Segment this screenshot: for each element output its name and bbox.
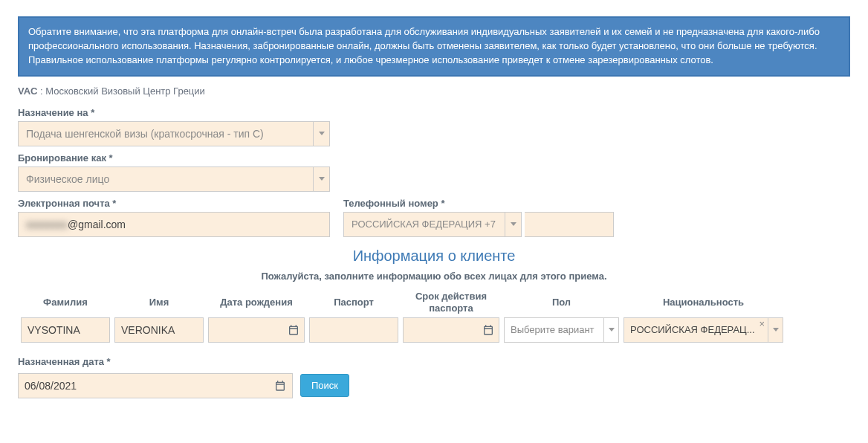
platform-notice: Обратите внимание, что эта платформа для… [18,16,850,77]
passport-valid-field[interactable] [403,317,499,343]
gender-select[interactable]: Выберите вариант [504,317,619,343]
appointment-for-label: Назначение на * [18,107,850,118]
chevron-down-icon[interactable] [768,318,783,342]
col-dob-header: Дата рождения [208,291,305,314]
client-section-title: Информация о клиенте [18,248,850,265]
email-label: Электронная почта * [18,198,330,209]
phone-country-value: РОССИЙСКАЯ ФЕДЕРАЦИЯ +7 [344,213,505,236]
search-button[interactable]: Поиск [300,374,349,397]
vac-value: Московский Визовый Центр Греции [45,85,205,97]
chevron-down-icon[interactable] [603,318,618,342]
email-masked: xxxxxxxx [26,219,68,230]
col-nationality-header: Национальность [624,291,783,314]
col-name-header: Имя [114,291,204,314]
col-passport-header: Паспорт [309,291,398,314]
phone-country-select[interactable]: РОССИЙСКАЯ ФЕДЕРАЦИЯ +7 [343,212,522,237]
nationality-select[interactable]: РОССИЙСКАЯ ФЕДЕРАЦ... × [624,317,783,343]
booking-as-value: Физическое лицо [19,167,313,191]
calendar-icon[interactable] [482,324,494,336]
appointed-date-label: Назначенная дата * [18,356,850,367]
calendar-icon[interactable] [288,324,299,336]
clear-icon[interactable]: × [759,318,765,342]
vac-line: VAC : Московский Визовый Центр Греции [18,85,850,97]
client-section-subtitle: Пожалуйста, заполните информацию обо все… [18,271,850,282]
appointed-date-value: 06/08/2021 [25,380,77,392]
vac-sep: : [37,85,45,97]
name-field[interactable]: VERONIKA [114,317,204,343]
appointment-for-select[interactable]: Подача шенгенской визы (краткосрочная - … [18,121,330,146]
appointed-date-field[interactable]: 06/08/2021 [18,373,293,398]
phone-label: Телефонный номер * [343,198,614,209]
email-field[interactable]: xxxxxxxx@gmail.com [18,212,330,237]
dob-field[interactable] [208,317,305,343]
phone-number-field[interactable] [525,212,614,237]
booking-as-select[interactable]: Физическое лицо [18,166,330,192]
col-surname-header: Фамилия [21,291,110,314]
nationality-value: РОССИЙСКАЯ ФЕДЕРАЦ... [624,318,759,342]
col-gender-header: Пол [504,291,619,314]
booking-as-label: Бронирование как * [18,152,850,164]
vac-label: VAC [18,85,37,97]
col-passport-valid-header: Срок действия паспорта [403,291,499,314]
surname-field[interactable]: VYSOTINA [21,317,110,343]
email-domain: @gmail.com [68,219,126,230]
chevron-down-icon[interactable] [313,167,329,191]
appointment-for-value: Подача шенгенской визы (краткосрочная - … [19,122,313,146]
calendar-icon[interactable] [274,380,286,392]
gender-placeholder: Выберите вариант [505,318,603,342]
chevron-down-icon[interactable] [505,213,521,236]
passport-field[interactable] [309,317,398,343]
chevron-down-icon[interactable] [313,122,329,146]
